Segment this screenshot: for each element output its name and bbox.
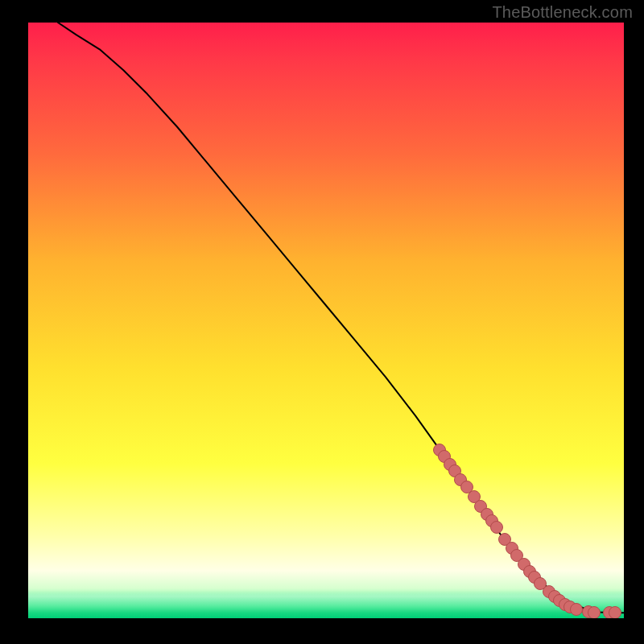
curve-marker	[588, 606, 601, 618]
plot-area	[28, 23, 624, 618]
curve-marker	[570, 603, 583, 616]
bottleneck-curve	[58, 23, 624, 613]
curve-marker	[490, 521, 503, 534]
curve-layer	[28, 23, 624, 618]
curve-marker	[609, 606, 621, 618]
watermark-text: TheBottleneck.com	[492, 3, 633, 22]
chart-frame: TheBottleneck.com	[0, 0, 644, 644]
